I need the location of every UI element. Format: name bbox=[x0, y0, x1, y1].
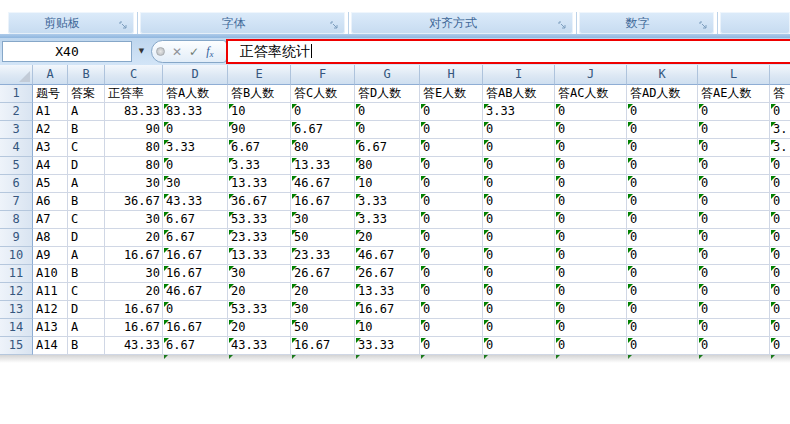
cell-B11[interactable]: B bbox=[68, 265, 105, 283]
cell-J11[interactable]: 0 bbox=[555, 265, 627, 283]
cell-G15[interactable]: 33.33 bbox=[355, 337, 420, 355]
cell-M14[interactable]: 0 bbox=[770, 319, 790, 337]
row-header-12[interactable]: 12 bbox=[0, 283, 33, 301]
cell-M9[interactable]: 0 bbox=[770, 229, 790, 247]
cell-G13[interactable]: 16.67 bbox=[355, 301, 420, 319]
cell-K14[interactable]: 0 bbox=[627, 319, 698, 337]
cell-D6[interactable]: 30 bbox=[163, 175, 228, 193]
cell-E15[interactable]: 43.33 bbox=[228, 337, 291, 355]
cell-H5[interactable]: 0 bbox=[420, 157, 483, 175]
cell-J5[interactable]: 0 bbox=[555, 157, 627, 175]
dialog-launcher-icon[interactable] bbox=[698, 17, 710, 29]
cell-C8[interactable]: 30 bbox=[105, 211, 163, 229]
cell-D14[interactable]: 16.67 bbox=[163, 319, 228, 337]
cell-M3[interactable]: 3. bbox=[770, 121, 790, 139]
cell-A1[interactable]: 题号 bbox=[33, 85, 68, 103]
cell-M15[interactable]: 0 bbox=[770, 337, 790, 355]
cell-D13[interactable]: 0 bbox=[163, 301, 228, 319]
cell-B7[interactable]: B bbox=[68, 193, 105, 211]
cell-B12[interactable]: C bbox=[68, 283, 105, 301]
cell-K2[interactable]: 0 bbox=[627, 103, 698, 121]
cell-B13[interactable]: D bbox=[68, 301, 105, 319]
cell-I15[interactable]: 0 bbox=[483, 337, 555, 355]
cell-G3[interactable]: 0 bbox=[355, 121, 420, 139]
column-header-I[interactable]: I bbox=[483, 65, 555, 85]
cell-I1[interactable]: 答AB人数 bbox=[483, 85, 555, 103]
row-header-3[interactable]: 3 bbox=[0, 121, 33, 139]
row-header-5[interactable]: 5 bbox=[0, 157, 33, 175]
cell-C1[interactable]: 正答率 bbox=[105, 85, 163, 103]
cell-K4[interactable]: 0 bbox=[627, 139, 698, 157]
cell-M5[interactable]: 0 bbox=[770, 157, 790, 175]
cell-F12[interactable]: 20 bbox=[291, 283, 355, 301]
cell-I3[interactable]: 0 bbox=[483, 121, 555, 139]
cell-H12[interactable]: 0 bbox=[420, 283, 483, 301]
column-header-B[interactable]: B bbox=[68, 65, 105, 85]
cell-M13[interactable]: 0 bbox=[770, 301, 790, 319]
cell-E10[interactable]: 13.33 bbox=[228, 247, 291, 265]
cell-B3[interactable]: B bbox=[68, 121, 105, 139]
cell-D1[interactable]: 答A人数 bbox=[163, 85, 228, 103]
cell-B15[interactable]: B bbox=[68, 337, 105, 355]
cell-K12[interactable]: 0 bbox=[627, 283, 698, 301]
cell-J15[interactable]: 0 bbox=[555, 337, 627, 355]
cell-F3[interactable]: 6.67 bbox=[291, 121, 355, 139]
row-header-6[interactable]: 6 bbox=[0, 175, 33, 193]
cell-E7[interactable]: 36.67 bbox=[228, 193, 291, 211]
cell-E13[interactable]: 53.33 bbox=[228, 301, 291, 319]
cell-H6[interactable]: 0 bbox=[420, 175, 483, 193]
column-header-C[interactable]: C bbox=[105, 65, 163, 85]
cell-D2[interactable]: 83.33 bbox=[163, 103, 228, 121]
cell-J9[interactable]: 0 bbox=[555, 229, 627, 247]
cell-E6[interactable]: 13.33 bbox=[228, 175, 291, 193]
cell-D12[interactable]: 46.67 bbox=[163, 283, 228, 301]
cell-A6[interactable]: A5 bbox=[33, 175, 68, 193]
cell-B5[interactable]: D bbox=[68, 157, 105, 175]
cell-A11[interactable]: A10 bbox=[33, 265, 68, 283]
cell-J8[interactable]: 0 bbox=[555, 211, 627, 229]
cell-E5[interactable]: 3.33 bbox=[228, 157, 291, 175]
cell-J1[interactable]: 答AC人数 bbox=[555, 85, 627, 103]
cell-F9[interactable]: 50 bbox=[291, 229, 355, 247]
cell-D4[interactable]: 3.33 bbox=[163, 139, 228, 157]
column-header-G[interactable]: G bbox=[355, 65, 420, 85]
cell-C2[interactable]: 83.33 bbox=[105, 103, 163, 121]
cell-C7[interactable]: 36.67 bbox=[105, 193, 163, 211]
cell-A14[interactable]: A13 bbox=[33, 319, 68, 337]
cell-C13[interactable]: 16.67 bbox=[105, 301, 163, 319]
cell-A5[interactable]: A4 bbox=[33, 157, 68, 175]
cell-I13[interactable]: 0 bbox=[483, 301, 555, 319]
cell-L10[interactable]: 0 bbox=[698, 247, 770, 265]
cell-L9[interactable]: 0 bbox=[698, 229, 770, 247]
cell-B6[interactable]: A bbox=[68, 175, 105, 193]
cell-G14[interactable]: 10 bbox=[355, 319, 420, 337]
cell-C12[interactable]: 20 bbox=[105, 283, 163, 301]
row-header-7[interactable]: 7 bbox=[0, 193, 33, 211]
name-box[interactable]: X40 bbox=[2, 41, 132, 62]
cell-B14[interactable]: A bbox=[68, 319, 105, 337]
cell-L11[interactable]: 0 bbox=[698, 265, 770, 283]
cell-D9[interactable]: 6.67 bbox=[163, 229, 228, 247]
cell-G1[interactable]: 答D人数 bbox=[355, 85, 420, 103]
cell-L15[interactable]: 0 bbox=[698, 337, 770, 355]
cell-H10[interactable]: 0 bbox=[420, 247, 483, 265]
cell-C15[interactable]: 43.33 bbox=[105, 337, 163, 355]
cell-F14[interactable]: 50 bbox=[291, 319, 355, 337]
cell-L1[interactable]: 答AE人数 bbox=[698, 85, 770, 103]
cell-F6[interactable]: 46.67 bbox=[291, 175, 355, 193]
cell-I9[interactable]: 0 bbox=[483, 229, 555, 247]
row-header-11[interactable]: 11 bbox=[0, 265, 33, 283]
cell-A12[interactable]: A11 bbox=[33, 283, 68, 301]
cell-K1[interactable]: 答AD人数 bbox=[627, 85, 698, 103]
cell-J4[interactable]: 0 bbox=[555, 139, 627, 157]
formula-input[interactable]: 正答率统计 bbox=[226, 39, 790, 64]
cell-H7[interactable]: 0 bbox=[420, 193, 483, 211]
cell-L4[interactable]: 0 bbox=[698, 139, 770, 157]
cell-I12[interactable]: 0 bbox=[483, 283, 555, 301]
cell-J10[interactable]: 0 bbox=[555, 247, 627, 265]
cell-I7[interactable]: 0 bbox=[483, 193, 555, 211]
cancel-icon[interactable]: ✕ bbox=[172, 46, 182, 58]
row-header-1[interactable]: 1 bbox=[0, 85, 33, 103]
cell-F5[interactable]: 13.33 bbox=[291, 157, 355, 175]
cell-F4[interactable]: 80 bbox=[291, 139, 355, 157]
